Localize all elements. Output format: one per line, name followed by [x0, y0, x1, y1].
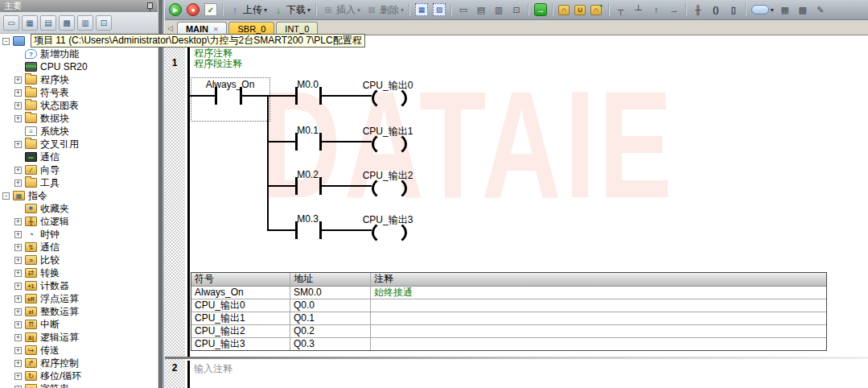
- toolbar-button[interactable]: ▯ ▾: [726, 2, 742, 17]
- expand-toggle-icon[interactable]: +: [14, 360, 22, 367]
- toolbar-button[interactable]: ∪ ▾: [573, 4, 587, 16]
- network-1-comment[interactable]: 程序段注释: [194, 57, 242, 71]
- dropdown-arrow-icon[interactable]: ▾: [264, 6, 267, 14]
- contact-symbol[interactable]: [295, 133, 298, 151]
- toolbar-button[interactable]: () ▾: [708, 2, 724, 17]
- expand-toggle-icon[interactable]: +: [14, 167, 22, 174]
- panel-splitter[interactable]: [158, 0, 165, 388]
- toolbar-button[interactable]: → ▾: [533, 2, 549, 17]
- dropdown-arrow-icon[interactable]: ▾: [771, 6, 774, 14]
- expand-toggle-icon[interactable]: +: [14, 283, 22, 290]
- toolbar-button[interactable]: ▦ ▾: [777, 2, 793, 17]
- expand-toggle-icon[interactable]: +: [14, 270, 22, 277]
- contact-operand[interactable]: M0.0: [278, 79, 338, 90]
- toolbar-button[interactable]: ▶ ▾: [167, 2, 183, 17]
- toolbar-button[interactable]: ▾: [685, 3, 687, 16]
- toolbar-button[interactable]: ▾: [409, 3, 410, 16]
- tree-item[interactable]: + 状态图表: [0, 99, 158, 112]
- symbol-table-row[interactable]: CPU_输出3 Q0.3: [191, 338, 826, 350]
- toolbar-button[interactable]: ▧ ▾: [431, 2, 447, 17]
- toolbar-button[interactable]: ▾: [552, 3, 553, 16]
- tree-item[interactable]: + 程序块: [0, 73, 158, 86]
- contact-operand[interactable]: M0.3: [278, 213, 338, 225]
- toolbar-button[interactable]: ▾: [450, 3, 452, 16]
- toolbar-button[interactable]: ↓ 下载 ▾: [270, 2, 312, 18]
- coil-operand[interactable]: CPU_输出2: [348, 169, 428, 183]
- tree-item[interactable]: + 通信: [0, 241, 158, 254]
- tree-item[interactable]: + 移位/循环: [0, 369, 158, 382]
- tree-item[interactable]: 收藏夹: [0, 202, 158, 215]
- network-2-comment-placeholder[interactable]: 输入注释: [194, 362, 232, 376]
- toolbar-button[interactable]: ⊞ 插入 ▾: [320, 2, 362, 18]
- editor-tab[interactable]: INT_0: [276, 22, 318, 35]
- expand-toggle-icon[interactable]: -: [2, 38, 10, 45]
- editor-tab[interactable]: SBR_0: [228, 22, 274, 35]
- tree-item[interactable]: + 整数运算: [0, 305, 158, 318]
- toolbar-button[interactable]: ↑ ▾: [648, 2, 664, 17]
- view-toolbar-icon[interactable]: ▭: [3, 15, 19, 31]
- dropdown-arrow-icon[interactable]: ▾: [401, 6, 404, 14]
- view-toolbar-icon[interactable]: ▤: [40, 15, 56, 31]
- tree-item[interactable]: - 指令: [0, 189, 158, 202]
- toolbar-button[interactable]: ╫ ▾: [690, 2, 706, 17]
- toolbar-button[interactable]: ▾: [222, 3, 224, 16]
- view-toolbar-icon[interactable]: ⊡: [96, 15, 112, 31]
- view-toolbar-icon[interactable]: ▥: [77, 15, 93, 31]
- tree-item[interactable]: + 向导: [0, 163, 158, 176]
- coil-operand[interactable]: CPU_输出1: [348, 125, 428, 138]
- contact-symbol[interactable]: [295, 87, 298, 105]
- toolbar-button[interactable]: ✓ ▾: [203, 2, 219, 17]
- toolbar-button[interactable]: ▾: [745, 3, 747, 16]
- coil-operand[interactable]: CPU_输出3: [348, 213, 428, 227]
- expand-toggle-icon[interactable]: +: [14, 115, 22, 122]
- toolbar-button[interactable]: ⊡ ▾: [508, 2, 525, 17]
- tree-item[interactable]: + 中断: [0, 318, 158, 331]
- tree-item[interactable]: + 数据块: [0, 112, 158, 125]
- symbol-table-row[interactable]: CPU_输出1 Q0.1: [191, 312, 826, 325]
- expand-toggle-icon[interactable]: +: [14, 373, 22, 380]
- toolbar-button[interactable]: ▦ ▾: [413, 2, 430, 17]
- expand-toggle-icon[interactable]: +: [14, 308, 22, 316]
- dropdown-arrow-icon[interactable]: ▾: [357, 6, 360, 14]
- symbol-table-row[interactable]: CPU_输出2 Q0.2: [191, 325, 826, 338]
- toolbar-button[interactable]: ↑ 上传 ▾: [227, 2, 269, 18]
- toolbar-button[interactable]: ▾: [750, 4, 775, 15]
- expand-toggle-icon[interactable]: -: [2, 192, 10, 200]
- symbol-table-row[interactable]: Always_On SM0.0 始终接通: [191, 287, 826, 299]
- toolbar-button[interactable]: ▩ ▾: [795, 2, 811, 17]
- tree-item[interactable]: + 交叉引用: [0, 138, 158, 151]
- contact-symbol[interactable]: [295, 177, 298, 195]
- expand-toggle-icon[interactable]: +: [14, 334, 22, 341]
- expand-toggle-icon[interactable]: +: [14, 295, 22, 303]
- tree-item[interactable]: + 时钟: [0, 228, 158, 241]
- toolbar-button[interactable]: ✎ ▾: [812, 2, 829, 17]
- tree-item[interactable]: 通信: [0, 151, 158, 163]
- tab-close-icon[interactable]: ×: [213, 24, 218, 34]
- view-toolbar-icon[interactable]: ▩: [59, 15, 75, 31]
- toolbar-button[interactable]: ▾: [528, 3, 529, 16]
- toolbar-button[interactable]: ▾: [608, 3, 610, 16]
- contact-operand[interactable]: M0.1: [278, 125, 338, 136]
- expand-toggle-icon[interactable]: +: [14, 244, 22, 251]
- view-toolbar-icon[interactable]: ▦: [22, 15, 38, 31]
- tree-item[interactable]: + 逻辑运算: [0, 331, 158, 344]
- expand-toggle-icon[interactable]: +: [14, 89, 22, 97]
- expand-toggle-icon[interactable]: +: [14, 180, 22, 187]
- toolbar-button[interactable]: ┬ ▾: [613, 2, 629, 17]
- expand-toggle-icon[interactable]: +: [14, 231, 22, 238]
- toolbar-button[interactable]: ■ ▾: [185, 2, 201, 17]
- contact-operand[interactable]: M0.2: [278, 169, 338, 180]
- coil-operand[interactable]: CPU_输出0: [348, 79, 428, 93]
- tree-item[interactable]: + 传送: [0, 344, 158, 357]
- toolbar-button[interactable]: ∩ + ▾: [589, 4, 605, 16]
- symbol-table-row[interactable]: CPU_输出0 Q0.0: [191, 299, 826, 312]
- tree-item[interactable]: 系统块: [0, 125, 158, 138]
- toolbar-button[interactable]: ▾: [315, 3, 317, 16]
- toolbar-button[interactable]: ▤ ▾: [473, 2, 489, 17]
- tree-item[interactable]: CPU SR20: [0, 60, 158, 73]
- tree-item[interactable]: + 比较: [0, 254, 158, 266]
- expand-toggle-icon[interactable]: +: [14, 218, 22, 225]
- expand-toggle-icon[interactable]: +: [14, 141, 22, 148]
- tree-item[interactable]: + 计数器: [0, 279, 158, 292]
- contact-symbol[interactable]: [295, 221, 298, 239]
